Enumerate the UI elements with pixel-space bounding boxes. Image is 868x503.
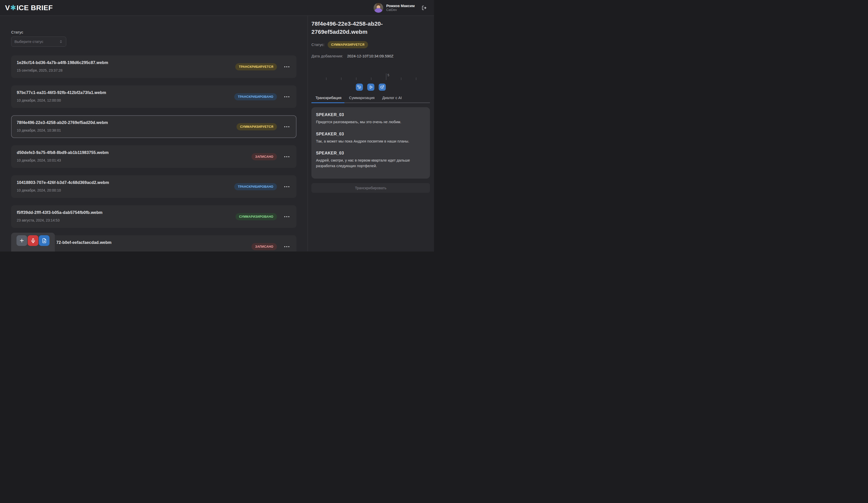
tabs-underline (311, 102, 430, 103)
file-list: 1e26cf14-bd36-4a7b-a4f8-198d6c295c87.web… (11, 56, 297, 252)
detail-date-value: 2024-12-10T10:34:09.590Z (347, 54, 394, 58)
svg-text:10: 10 (381, 87, 383, 89)
detail-status-badge: СУММАРИЗИРУЕТСЯ (328, 41, 368, 48)
transcribe-button[interactable]: Транскрибировать (311, 183, 430, 193)
app-logo: V✱ICE BRIEF (5, 3, 53, 12)
detail-tabs: Транскрибация Суммаризация Диалог с AI (311, 96, 430, 103)
file-card[interactable]: f5ff39dd-2fff-43f3-b05a-dab5754fb0fb.web… (11, 205, 297, 228)
rewind-10-button[interactable]: 10 (356, 83, 363, 91)
tab[interactable]: Диалог с AI (382, 96, 402, 100)
microphone-icon (30, 238, 36, 243)
header: V✱ICE BRIEF Рожков Максим CatDev (0, 0, 434, 16)
detail-date-label: Дата добавления: (311, 54, 343, 58)
transcript-text: Андрей, смотри, у нас в первом квартале … (316, 158, 425, 169)
file-card[interactable]: 10418803-707e-426f-b3d7-4c68d369acd2.web… (11, 175, 297, 198)
file-menu-button[interactable] (284, 215, 290, 219)
file-name: 72-b0ef-eefacfaecdad.webm (17, 240, 291, 245)
file-menu-button[interactable] (284, 95, 290, 99)
detail-status-row: Статус: СУММАРИЗИРУЕТСЯ (311, 41, 430, 48)
file-menu-button[interactable] (284, 185, 290, 189)
status-filter-label: Статус (11, 30, 308, 34)
file-menu-button[interactable] (284, 155, 290, 159)
logo-text-rest: ICE BRIEF (17, 4, 53, 12)
detail-file-title: 78f4e496-22e3-4258-ab20- 2769ef5ad20d.we… (311, 20, 430, 36)
user-area: Рожков Максим CatDev (374, 3, 427, 13)
app-window: V✱ICE BRIEF Рожков Максим CatDev С (0, 0, 434, 252)
upload-file-button[interactable] (39, 235, 50, 246)
file-menu-button[interactable] (284, 125, 290, 129)
record-audio-button[interactable] (28, 235, 38, 246)
svg-text:10: 10 (358, 87, 360, 89)
logout-icon (421, 5, 427, 11)
file-name: d50defe3-9a75-4fb8-8bd9-ab1b11983755.web… (17, 150, 291, 155)
play-button[interactable] (367, 83, 374, 91)
user-meta: Рожков Максим CatDev (386, 3, 415, 12)
ruler-tick (356, 78, 356, 80)
ruler-tick (326, 78, 327, 80)
audio-timeline-ruler[interactable]: 5 (311, 72, 430, 80)
player-controls: 10 10 (311, 83, 430, 91)
detail-file-title-line1: 78f4e496-22e3-4258-ab20- (311, 20, 430, 28)
ruler-tick (401, 78, 401, 80)
avatar (374, 3, 383, 13)
ruler-tick (341, 78, 341, 80)
file-date: 10 декабря, 2024, 10:01:43 (17, 158, 291, 162)
file-status-badge: ТРАНСКРИБИРУЕТСЯ (235, 63, 277, 70)
file-status-badge: СУММАРИЗИРУЕТСЯ (237, 123, 277, 130)
tab[interactable]: Суммаризация (349, 96, 375, 100)
file-card[interactable]: 1e26cf14-bd36-4a7b-a4f8-198d6c295c87.web… (11, 56, 297, 78)
logo-asterisk-icon: ✱ (10, 3, 17, 12)
file-status-badge: СУММАРИЗИРОВАНО (236, 213, 277, 220)
play-icon (369, 85, 373, 89)
ruler-tick-label: 5 (388, 73, 389, 77)
file-status-badge: ТРАНСКРИБИРОВАНО (234, 183, 277, 190)
ruler-tick (371, 78, 371, 80)
transcript-entry: SPEAKER_03 Андрей, смотри, у нас в перво… (316, 151, 425, 169)
status-select-placeholder: Выберите статус (14, 40, 43, 44)
content-layout: Статус Выберите статус 1e26cf14-bd36-4a7… (0, 16, 434, 251)
add-button[interactable] (17, 235, 27, 246)
logout-button[interactable] (421, 5, 427, 11)
tabs-underline-active (311, 102, 344, 103)
forward-10-icon: 10 (380, 84, 384, 89)
forward-10-button[interactable]: 10 (379, 83, 386, 91)
detail-status-label: Статус: (311, 42, 324, 47)
rewind-10-icon: 10 (357, 84, 362, 89)
detail-file-title-line2: 2769ef5ad20d.webm (311, 28, 430, 36)
plus-icon (19, 238, 24, 243)
actions-panel (11, 233, 55, 252)
transcript-speaker: SPEAKER_03 (316, 112, 425, 117)
file-plus-icon (42, 238, 47, 243)
transcript-panel[interactable]: SPEAKER_03 Придется разговаривать, мы эт… (311, 107, 430, 179)
detail-pane: 78f4e496-22e3-4258-ab20- 2769ef5ad20d.we… (308, 16, 434, 251)
transcript-text: Придется разговаривать, мы это очень не … (316, 119, 425, 125)
file-menu-button[interactable] (284, 65, 290, 69)
logo-text-v: V (5, 4, 10, 12)
transcript-entry: SPEAKER_03 Так, а может мы пока Андрея п… (316, 132, 425, 144)
user-name: Рожков Максим (386, 3, 415, 8)
file-status-badge: ЗАПИСАНО (251, 243, 277, 250)
status-select[interactable]: Выберите статус (11, 37, 66, 47)
tab[interactable]: Транскрибация (316, 96, 341, 100)
file-list-pane: Статус Выберите статус 1e26cf14-bd36-4a7… (0, 16, 308, 251)
status-filter: Статус Выберите статус (11, 30, 308, 47)
file-status-badge: ЗАПИСАНО (251, 153, 277, 160)
file-card[interactable]: 78f4e496-22e3-4258-ab20-2769ef5ad20d.web… (11, 115, 297, 138)
user-org: CatDev (386, 8, 415, 12)
chevron-updown-icon (59, 40, 63, 44)
file-status-badge: ТРАНСКРИБИРОВАНО (234, 93, 277, 100)
transcript-text: Так, а может мы пока Андрея посвятим в н… (316, 139, 425, 144)
transcript-speaker: SPEAKER_03 (316, 132, 425, 137)
file-card[interactable]: d50defe3-9a75-4fb8-8bd9-ab1b11983755.web… (11, 145, 297, 168)
detail-date-row: Дата добавления: 2024-12-10T10:34:09.590… (311, 54, 430, 58)
file-card[interactable]: 97bc77c1-ea31-46f3-92fb-412bf2a73fa1.web… (11, 85, 297, 108)
file-menu-button[interactable] (284, 245, 290, 249)
transcript-speaker: SPEAKER_03 (316, 151, 425, 155)
transcript-entry: SPEAKER_03 Придется разговаривать, мы эт… (316, 112, 425, 125)
